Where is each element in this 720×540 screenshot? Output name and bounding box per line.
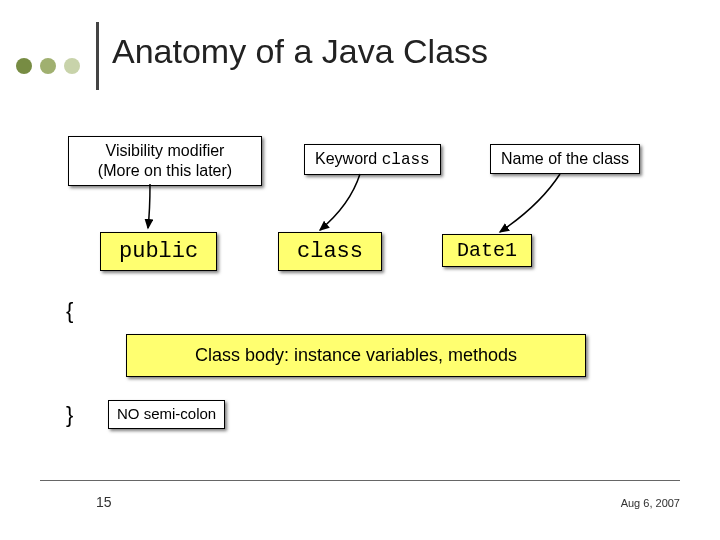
- footer-date: Aug 6, 2007: [621, 497, 680, 509]
- label-no-semicolon: NO semi-colon: [108, 400, 225, 429]
- code-public: public: [100, 232, 217, 271]
- footer-divider: [40, 480, 680, 481]
- body-box: Class body: instance variables, methods: [126, 334, 586, 377]
- dot-icon: [16, 58, 32, 74]
- label-text: Keyword: [315, 150, 382, 167]
- label-code: class: [382, 151, 430, 169]
- title-divider: [96, 22, 99, 90]
- body-text: Class body: instance variables, methods: [195, 345, 517, 365]
- decorative-dots: [16, 58, 84, 78]
- page-number: 15: [96, 494, 112, 510]
- label-keyword: Keyword class: [304, 144, 441, 175]
- code-class: class: [278, 232, 382, 271]
- label-text: NO semi-colon: [117, 405, 216, 422]
- dot-icon: [64, 58, 80, 74]
- slide: Anatomy of a Java Class Visibility modif…: [0, 0, 720, 540]
- label-visibility: Visibility modifier (More on this later): [68, 136, 262, 186]
- label-line: (More on this later): [98, 162, 232, 179]
- label-line: Visibility modifier: [106, 142, 225, 159]
- dot-icon: [40, 58, 56, 74]
- brace-close: }: [66, 402, 73, 428]
- label-text: Name of the class: [501, 150, 629, 167]
- brace-open: {: [66, 298, 73, 324]
- label-classname: Name of the class: [490, 144, 640, 174]
- page-title: Anatomy of a Java Class: [112, 32, 488, 71]
- code-date1: Date1: [442, 234, 532, 267]
